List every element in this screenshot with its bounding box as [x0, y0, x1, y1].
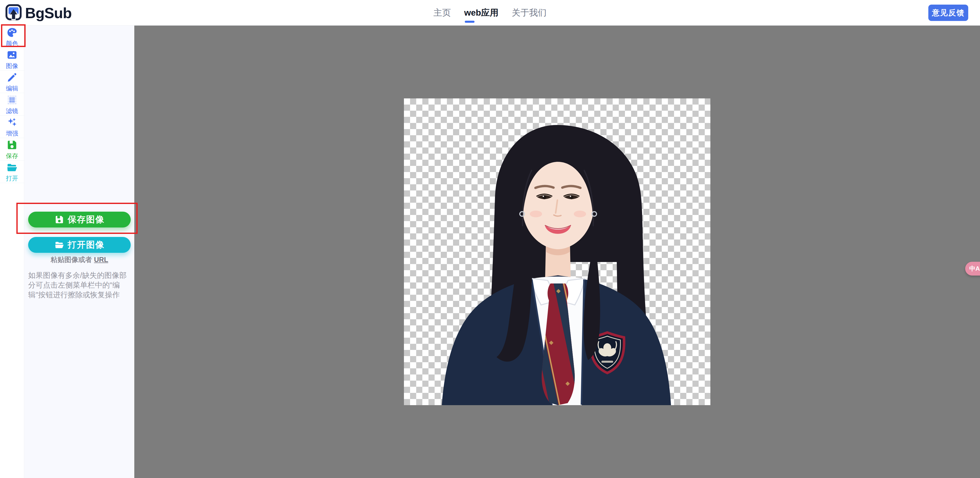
rail-label-enhance: 增强 [6, 130, 18, 137]
brand-name: BgSub [25, 4, 72, 21]
paste-hint-text: 粘贴图像或者 [51, 256, 92, 264]
active-tab-indicator [465, 21, 474, 23]
rail-item-enhance[interactable]: 增强 [0, 116, 24, 138]
palette-icon [6, 27, 18, 39]
image-icon [6, 49, 18, 62]
open-image-label: 打开图像 [68, 239, 105, 251]
rail-label-color: 颜色 [6, 40, 18, 46]
nav-webapp-label: web应用 [464, 8, 498, 17]
rail-item-filter[interactable]: 滤镜 [0, 93, 24, 116]
rail-label-open: 打开 [6, 175, 18, 181]
rail-label-save: 保存 [6, 153, 18, 159]
side-panel: 保存图像 打开图像 粘贴图像或者 URL 如果图像有多余/缺失的图像部分可点击左… [25, 25, 134, 478]
rail-item-edit[interactable]: 编辑 [0, 71, 24, 93]
edit-help-text: 如果图像有多余/缺失的图像部分可点击左侧菜单栏中的"编辑"按钮进行擦除或恢复操作 [28, 270, 132, 300]
rail-item-save[interactable]: 保存 [0, 138, 24, 160]
sparkles-icon [6, 117, 18, 129]
transparent-image-preview[interactable] [404, 98, 710, 405]
rail-item-color[interactable]: 颜色 [0, 25, 24, 48]
rail-label-image: 图像 [6, 63, 18, 69]
bgsub-logo-icon [5, 4, 22, 22]
open-image-button[interactable]: 打开图像 [28, 237, 131, 253]
translate-icon: 中A [969, 265, 980, 273]
translate-float-button[interactable]: 中A [965, 262, 980, 276]
main-nav: 主页 web应用 关于我们 [433, 0, 546, 25]
folder-open-icon [6, 162, 18, 174]
tool-rail: 颜色 图像 编辑 滤镜 [0, 25, 24, 478]
brand-logo[interactable]: BgSub [5, 0, 72, 25]
header: BgSub 主页 web应用 关于我们 意见反馈 [0, 0, 980, 25]
pencil-icon [6, 72, 18, 84]
save-icon [6, 139, 18, 152]
rail-item-image[interactable]: 图像 [0, 48, 24, 71]
nav-about[interactable]: 关于我们 [512, 7, 547, 19]
rail-label-filter: 滤镜 [6, 108, 18, 114]
folder-open-icon [54, 240, 64, 250]
paste-hint: 粘贴图像或者 URL [25, 255, 134, 264]
save-image-button[interactable]: 保存图像 [28, 212, 131, 227]
editor-canvas [134, 25, 980, 478]
save-image-label: 保存图像 [68, 214, 105, 226]
paste-url-link[interactable]: URL [94, 256, 108, 264]
portrait-photo [404, 98, 710, 405]
save-icon [54, 215, 64, 224]
nav-home[interactable]: 主页 [433, 7, 451, 19]
feedback-button[interactable]: 意见反馈 [928, 5, 968, 21]
rail-label-edit: 编辑 [6, 86, 18, 92]
rail-item-open[interactable]: 打开 [0, 160, 24, 183]
filter-dots-icon [6, 94, 18, 106]
nav-webapp[interactable]: web应用 [464, 7, 498, 19]
